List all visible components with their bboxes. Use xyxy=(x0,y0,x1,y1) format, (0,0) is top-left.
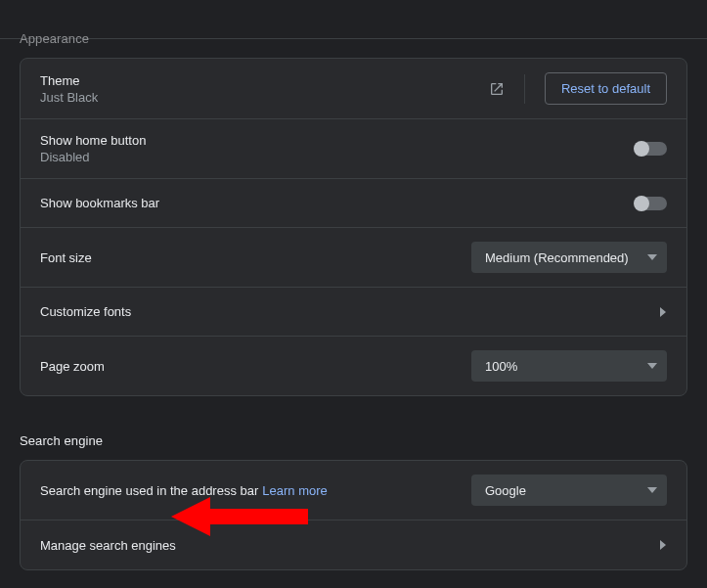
customize-fonts-label: Customize fonts xyxy=(40,304,131,319)
chevron-right-icon xyxy=(659,539,667,551)
caret-down-icon xyxy=(647,485,657,495)
page-zoom-label: Page zoom xyxy=(40,359,105,374)
page-zoom-row: Page zoom 100% xyxy=(21,337,686,395)
search-engine-select[interactable]: Google xyxy=(471,475,667,506)
chevron-right-icon xyxy=(659,306,667,318)
reset-to-default-button[interactable]: Reset to default xyxy=(545,72,667,105)
section-title-search-engine: Search engine xyxy=(20,416,687,460)
page-zoom-select[interactable]: 100% xyxy=(471,350,667,382)
home-button-toggle[interactable] xyxy=(636,142,667,156)
bookmarks-toggle[interactable] xyxy=(636,197,667,210)
home-button-value: Disabled xyxy=(40,150,146,164)
font-size-label: Font size xyxy=(40,250,92,265)
open-external-icon[interactable] xyxy=(489,81,505,97)
font-size-select[interactable]: Medium (Recommended) xyxy=(471,242,667,273)
theme-value: Just Black xyxy=(40,90,98,105)
page-zoom-select-value: 100% xyxy=(485,359,517,374)
theme-label: Theme xyxy=(40,73,98,88)
search-engine-card: Search engine used in the address bar Le… xyxy=(20,460,687,570)
search-engine-used-row: Search engine used in the address bar Le… xyxy=(21,461,686,520)
customize-fonts-row[interactable]: Customize fonts xyxy=(21,288,686,337)
search-engine-used-label: Search engine used in the address bar xyxy=(40,483,258,498)
home-button-row: Show home button Disabled xyxy=(21,119,686,179)
appearance-card: Theme Just Black Reset to default Show h… xyxy=(20,58,687,396)
caret-down-icon xyxy=(647,361,657,371)
home-button-label: Show home button xyxy=(40,133,146,148)
theme-row: Theme Just Black Reset to default xyxy=(21,59,686,119)
bookmarks-label: Show bookmarks bar xyxy=(40,196,159,210)
learn-more-link[interactable]: Learn more xyxy=(262,483,327,498)
vertical-divider xyxy=(524,74,525,104)
caret-down-icon xyxy=(647,252,657,262)
manage-search-engines-row[interactable]: Manage search engines xyxy=(21,520,686,569)
search-engine-select-value: Google xyxy=(485,483,526,498)
section-title-appearance: Appearance xyxy=(20,31,687,58)
bookmarks-row: Show bookmarks bar xyxy=(21,179,686,228)
manage-search-engines-label: Manage search engines xyxy=(40,538,176,553)
font-size-row: Font size Medium (Recommended) xyxy=(21,228,686,288)
font-size-select-value: Medium (Recommended) xyxy=(485,250,629,265)
